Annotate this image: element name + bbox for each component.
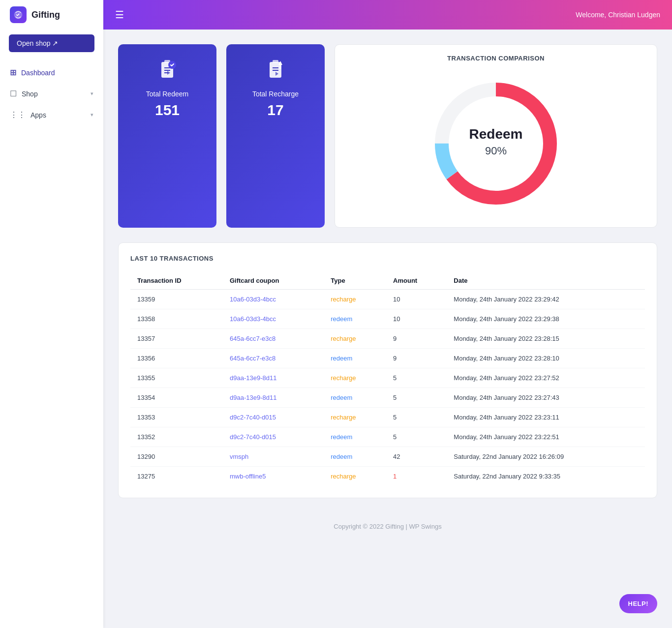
cell-transaction-id: 13355 bbox=[130, 368, 223, 388]
recharge-value: 17 bbox=[267, 102, 283, 119]
cell-transaction-id: 13358 bbox=[130, 309, 223, 329]
cell-amount: 42 bbox=[386, 447, 447, 467]
cell-type: redeem bbox=[324, 349, 386, 368]
cell-transaction-id: 13352 bbox=[130, 427, 223, 447]
table-row: 13354 d9aa-13e9-8d11 redeem 5 Monday, 24… bbox=[130, 388, 645, 408]
svg-text:Redeem: Redeem bbox=[469, 126, 523, 142]
header: ☰ Welcome, Christian Ludgen bbox=[103, 0, 672, 30]
welcome-text: Welcome, Christian Ludgen bbox=[576, 11, 660, 19]
chevron-down-icon: ▾ bbox=[91, 112, 93, 118]
redeem-value: 151 bbox=[155, 102, 180, 119]
cell-coupon: d9c2-7c40-d015 bbox=[223, 408, 324, 427]
cell-transaction-id: 13357 bbox=[130, 329, 223, 349]
svg-rect-11 bbox=[280, 65, 281, 69]
cell-date: Monday, 24th January 2022 23:27:52 bbox=[447, 368, 645, 388]
menu-icon[interactable]: ☰ bbox=[115, 9, 124, 21]
sidebar-nav: ⊞ Dashboard ☐ Shop ▾ ⋮⋮ Apps ▾ bbox=[0, 62, 103, 628]
chart-card: TRANSACTION COMPARISON Redeem 90% bbox=[335, 44, 657, 228]
chevron-down-icon: ▾ bbox=[91, 90, 93, 97]
shop-icon: ☐ bbox=[10, 89, 17, 98]
cell-type: recharge bbox=[324, 467, 386, 486]
cell-coupon: vmsph bbox=[223, 447, 324, 467]
col-transaction-id: Transaction ID bbox=[130, 272, 223, 290]
cell-coupon: 645a-6cc7-e3c8 bbox=[223, 349, 324, 368]
stats-row: Total Redeem 151 Total Recharge 17 bbox=[118, 44, 657, 228]
cell-date: Monday, 24th January 2022 23:23:11 bbox=[447, 408, 645, 427]
col-type: Type bbox=[324, 272, 386, 290]
table-header-row: Transaction ID Giftcard coupon Type Amou… bbox=[130, 272, 645, 290]
cell-date: Monday, 24th January 2022 23:28:15 bbox=[447, 329, 645, 349]
cell-transaction-id: 13356 bbox=[130, 349, 223, 368]
table-row: 13353 d9c2-7c40-d015 recharge 5 Monday, … bbox=[130, 408, 645, 427]
main-content: Total Redeem 151 Total Recharge 17 bbox=[103, 30, 672, 628]
help-button[interactable]: HELP! bbox=[619, 594, 658, 613]
logo-icon bbox=[10, 6, 27, 23]
sidebar-item-label: Apps bbox=[31, 111, 86, 119]
transactions-title: LAST 10 TRANSACTIONS bbox=[130, 255, 645, 262]
sidebar-item-shop[interactable]: ☐ Shop ▾ bbox=[0, 83, 103, 104]
redeem-icon bbox=[156, 59, 178, 85]
cell-transaction-id: 13353 bbox=[130, 408, 223, 427]
cell-date: Saturday, 22nd January 2022 9:33:35 bbox=[447, 467, 645, 486]
cell-coupon: d9aa-13e9-8d11 bbox=[223, 368, 324, 388]
cell-amount: 1 bbox=[386, 467, 447, 486]
recharge-icon bbox=[265, 59, 286, 85]
cell-date: Monday, 24th January 2022 23:27:43 bbox=[447, 388, 645, 408]
redeem-label: Total Redeem bbox=[146, 90, 188, 98]
cell-coupon: 10a6-03d3-4bcc bbox=[223, 309, 324, 329]
cell-coupon: d9c2-7c40-d015 bbox=[223, 427, 324, 447]
col-date: Date bbox=[447, 272, 645, 290]
cell-coupon: 10a6-03d3-4bcc bbox=[223, 290, 324, 309]
cell-date: Monday, 24th January 2022 23:22:51 bbox=[447, 427, 645, 447]
cell-amount: 5 bbox=[386, 427, 447, 447]
table-row: 13357 645a-6cc7-e3c8 recharge 9 Monday, … bbox=[130, 329, 645, 349]
cell-type: redeem bbox=[324, 388, 386, 408]
cell-type: recharge bbox=[324, 290, 386, 309]
cell-transaction-id: 13275 bbox=[130, 467, 223, 486]
svg-rect-7 bbox=[273, 60, 278, 63]
table-row: 13275 mwb-offline5 recharge 1 Saturday, … bbox=[130, 467, 645, 486]
sidebar-item-label: Dashboard bbox=[21, 69, 93, 77]
footer-text: Copyright © 2022 Gifting | WP Swings bbox=[334, 523, 441, 530]
cell-transaction-id: 13290 bbox=[130, 447, 223, 467]
sidebar-item-dashboard[interactable]: ⊞ Dashboard bbox=[0, 62, 103, 83]
cell-transaction-id: 13354 bbox=[130, 388, 223, 408]
cell-amount: 5 bbox=[386, 388, 447, 408]
sidebar-item-apps[interactable]: ⋮⋮ Apps ▾ bbox=[0, 104, 103, 125]
cell-amount: 5 bbox=[386, 368, 447, 388]
cell-amount: 9 bbox=[386, 349, 447, 368]
svg-text:90%: 90% bbox=[485, 145, 507, 157]
cell-coupon: d9aa-13e9-8d11 bbox=[223, 388, 324, 408]
app-name: Gifting bbox=[31, 10, 60, 20]
cell-amount: 10 bbox=[386, 290, 447, 309]
cell-type: redeem bbox=[324, 427, 386, 447]
table-row: 13358 10a6-03d3-4bcc redeem 10 Monday, 2… bbox=[130, 309, 645, 329]
cell-transaction-id: 13359 bbox=[130, 290, 223, 309]
dashboard-icon: ⊞ bbox=[10, 68, 16, 77]
cell-date: Monday, 24th January 2022 23:28:10 bbox=[447, 349, 645, 368]
table-row: 13290 vmsph redeem 42 Saturday, 22nd Jan… bbox=[130, 447, 645, 467]
cell-date: Monday, 24th January 2022 23:29:42 bbox=[447, 290, 645, 309]
cell-type: recharge bbox=[324, 408, 386, 427]
cell-type: recharge bbox=[324, 329, 386, 349]
footer: Copyright © 2022 Gifting | WP Swings bbox=[118, 513, 657, 540]
cell-type: redeem bbox=[324, 309, 386, 329]
table-row: 13352 d9c2-7c40-d015 redeem 5 Monday, 24… bbox=[130, 427, 645, 447]
transactions-table: Transaction ID Giftcard coupon Type Amou… bbox=[130, 272, 645, 486]
cell-amount: 5 bbox=[386, 408, 447, 427]
cell-amount: 9 bbox=[386, 329, 447, 349]
sidebar: Gifting Open shop ↗ ⊞ Dashboard ☐ Shop ▾… bbox=[0, 0, 103, 628]
col-amount: Amount bbox=[386, 272, 447, 290]
open-shop-button[interactable]: Open shop ↗ bbox=[9, 34, 94, 52]
total-redeem-card: Total Redeem 151 bbox=[118, 44, 216, 228]
col-giftcard-coupon: Giftcard coupon bbox=[223, 272, 324, 290]
cell-amount: 10 bbox=[386, 309, 447, 329]
table-row: 13355 d9aa-13e9-8d11 recharge 5 Monday, … bbox=[130, 368, 645, 388]
recharge-label: Total Recharge bbox=[252, 90, 299, 98]
cell-coupon: mwb-offline5 bbox=[223, 467, 324, 486]
sidebar-logo: Gifting bbox=[0, 0, 103, 30]
donut-chart: Redeem 90% bbox=[345, 70, 647, 217]
apps-icon: ⋮⋮ bbox=[10, 110, 26, 120]
table-row: 13359 10a6-03d3-4bcc recharge 10 Monday,… bbox=[130, 290, 645, 309]
sidebar-item-label: Shop bbox=[22, 90, 86, 98]
